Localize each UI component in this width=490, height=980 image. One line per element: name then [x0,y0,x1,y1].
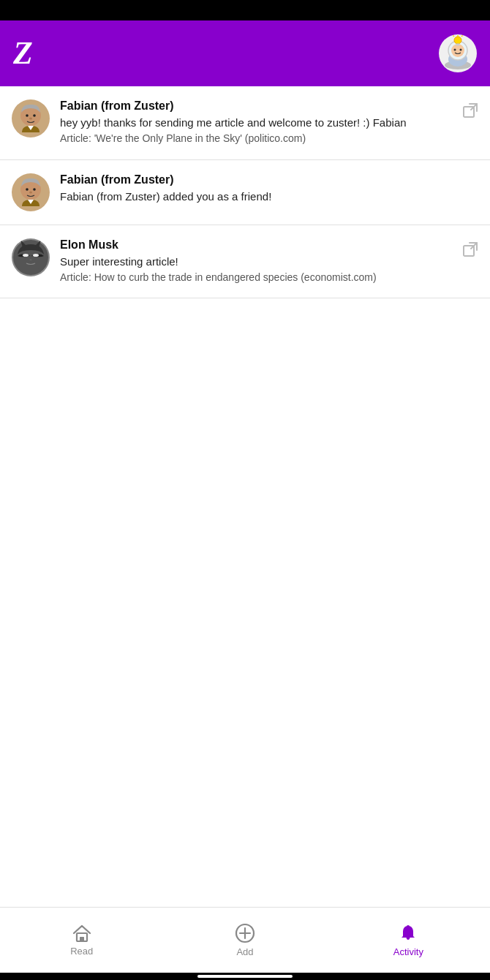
svg-point-13 [33,114,36,117]
avatar-fabian2 [12,173,50,211]
avatar-image [439,34,477,72]
feed-article-1: Article: 'We're the Only Plane in the Sk… [60,132,449,146]
status-bar [0,0,490,20]
feed-message-3: Super interesting article! [60,254,449,269]
app-header: Z [0,20,490,86]
svg-point-24 [23,254,29,257]
svg-point-18 [26,188,29,191]
nav-add[interactable]: Add [163,908,326,973]
nav-activity[interactable]: Activity [327,908,490,973]
feed-article-3: Article: How to curb the trade in endang… [60,271,449,285]
feed-content-3: Elon Musk Super interesting article! Art… [60,238,478,285]
plus-circle-icon [235,923,255,943]
feed-item-1[interactable]: Fabian (from Zuster) hey yyb! thanks for… [0,86,490,160]
feed-sender-3: Elon Musk [60,238,449,252]
nav-read-label: Read [70,946,93,957]
feed-sender-1: Fabian (from Zuster) [60,99,449,113]
avatar-elon [12,238,50,276]
home-indicator [0,973,490,980]
svg-point-6 [454,37,461,44]
bottom-navigation: Read Add Activity [0,907,490,973]
feed-message-1: hey yyb! thanks for sending me article a… [60,115,449,130]
app-logo: Z [13,37,33,69]
svg-line-9 [461,36,463,37]
nav-read[interactable]: Read [0,908,163,973]
svg-rect-29 [80,937,84,941]
svg-point-33 [407,925,410,928]
activity-feed: Fabian (from Zuster) hey yyb! thanks for… [0,86,490,907]
feed-item-3[interactable]: Elon Musk Super interesting article! Art… [0,225,490,299]
feed-item-2[interactable]: Fabian (from Zuster) Fabian (from Zuster… [0,160,490,225]
feed-message-2: Fabian (from Zuster) added you as a frie… [60,189,449,204]
avatar-fabian1 [12,99,50,137]
svg-point-12 [26,114,29,117]
svg-rect-7 [456,44,460,46]
svg-point-4 [454,49,456,51]
svg-point-14 [29,118,32,120]
feed-content-2: Fabian (from Zuster) Fabian (from Zuster… [60,173,478,206]
external-link-icon-3[interactable] [462,241,478,261]
feed-sender-2: Fabian (from Zuster) [60,173,449,186]
home-bar [197,975,293,978]
feed-content-1: Fabian (from Zuster) hey yyb! thanks for… [60,99,478,146]
svg-point-5 [460,49,462,51]
user-avatar-header[interactable] [439,34,477,72]
nav-add-label: Add [236,946,253,957]
svg-point-3 [451,44,464,57]
bell-icon [398,923,418,943]
svg-point-20 [29,191,32,193]
svg-point-19 [33,188,36,191]
svg-point-25 [33,254,39,257]
house-icon [72,924,92,943]
external-link-icon-1[interactable] [462,102,478,122]
svg-line-10 [453,36,455,37]
nav-activity-label: Activity [393,946,423,957]
